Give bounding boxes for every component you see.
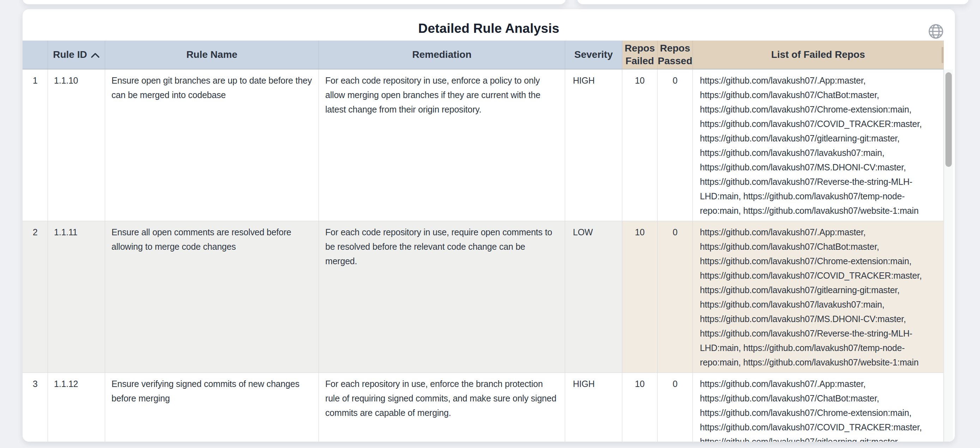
severity-cell: LOW: [565, 221, 622, 373]
vertical-scrollbar-thumb[interactable]: [945, 72, 952, 167]
row-index: 3: [22, 373, 48, 442]
repos-passed-cell: 0: [657, 373, 693, 442]
failed-repos-list-cell: https://github.com/lavakush07/.App:maste…: [693, 70, 943, 221]
failed-repos-list-cell: https://github.com/lavakush07/.App:maste…: [693, 221, 943, 373]
repos-failed-cell: 10: [622, 70, 657, 221]
remediation-cell: For each code repository in use, require…: [319, 221, 565, 373]
remediation-cell: For each repository in use, enforce the …: [319, 373, 565, 442]
rule-id-cell: 1.1.11: [48, 221, 105, 373]
column-header-rule-name[interactable]: Rule Name: [105, 41, 319, 69]
detailed-rule-analysis-card: Detailed Rule Analysis Rule ID: [22, 9, 955, 442]
rule-name-cell: Ensure all open comments are resolved be…: [105, 221, 319, 373]
header-scroll-indicator: [942, 47, 943, 63]
rule-id-cell: 1.1.10: [48, 70, 105, 221]
column-header-rule-id-label: Rule ID: [53, 48, 87, 61]
remediation-cell: For each code repository in use, enforce…: [319, 70, 565, 221]
column-header-failed-repos-list[interactable]: List of Failed Repos: [693, 41, 943, 69]
repos-failed-cell: 10: [622, 221, 657, 373]
severity-cell: HIGH: [565, 373, 622, 442]
column-header-remediation[interactable]: Remediation: [319, 41, 565, 69]
column-header-severity[interactable]: Severity: [565, 41, 622, 69]
repos-passed-cell: 0: [657, 70, 693, 221]
language-globe-button[interactable]: [927, 22, 945, 41]
repos-passed-cell: 0: [657, 221, 693, 373]
card-above-left: [22, 0, 566, 4]
sort-ascending-icon: [91, 49, 100, 62]
rule-id-cell: 1.1.12: [48, 373, 105, 442]
severity-cell: HIGH: [565, 70, 622, 221]
table-row: 1 1.1.10 Ensure open git branches are up…: [22, 70, 943, 221]
column-header-repos-failed[interactable]: Repos Failed: [622, 41, 657, 69]
table-header-row: Rule ID Rule Name Remediation Severity R…: [22, 41, 943, 70]
failed-repos-list-cell: https://github.com/lavakush07/.App:maste…: [693, 373, 943, 442]
row-index: 1: [22, 70, 48, 221]
repos-failed-cell: 10: [622, 373, 657, 442]
card-above-right: [577, 0, 969, 4]
rule-analysis-table: Rule ID Rule Name Remediation Severity R…: [22, 41, 943, 442]
globe-icon: [928, 23, 944, 41]
column-header-repos-passed[interactable]: Repos Passed: [657, 41, 693, 69]
table-row: 2 1.1.11 Ensure all open comments are re…: [22, 221, 943, 373]
rule-name-cell: Ensure verifying signed commits of new c…: [105, 373, 319, 442]
column-header-index: [22, 41, 48, 69]
column-header-rule-id[interactable]: Rule ID: [48, 41, 105, 69]
table-row: 3 1.1.12 Ensure verifying signed commits…: [22, 373, 943, 442]
row-index: 2: [22, 221, 48, 373]
vertical-scrollbar-track[interactable]: [944, 70, 953, 442]
rule-name-cell: Ensure open git branches are up to date …: [105, 70, 319, 221]
page-title: Detailed Rule Analysis: [22, 21, 955, 36]
